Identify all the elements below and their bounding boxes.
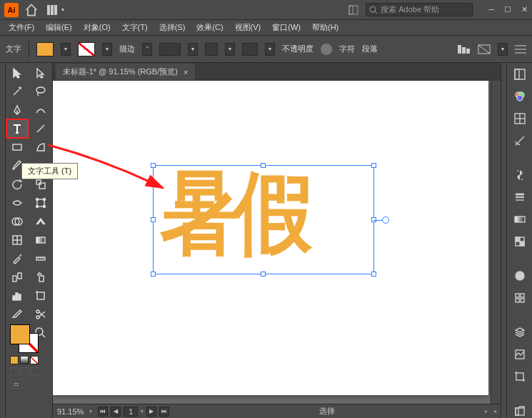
search-input[interactable]: 搜索 Adobe 帮助 bbox=[366, 3, 473, 16]
brushes-panel-icon[interactable] bbox=[511, 134, 528, 149]
pen-tool[interactable] bbox=[7, 101, 27, 119]
character-label[interactable]: 字符 bbox=[339, 44, 355, 54]
app-logo-icon: Ai bbox=[4, 3, 19, 17]
maximize-button[interactable]: ☐ bbox=[504, 5, 511, 14]
handle-bottom-mid[interactable] bbox=[261, 272, 266, 277]
align-icon[interactable] bbox=[458, 44, 471, 54]
zoom-level[interactable]: 91.15% bbox=[57, 407, 84, 416]
menu-object[interactable]: 对象(O) bbox=[79, 21, 115, 34]
color-mode-solid[interactable] bbox=[10, 356, 19, 364]
menu-view[interactable]: 视图(V) bbox=[231, 21, 266, 34]
handle-bottom-left[interactable] bbox=[151, 272, 156, 277]
menu-type[interactable]: 文字(T) bbox=[118, 21, 152, 34]
stroke-weight-input[interactable] bbox=[159, 43, 181, 56]
fill-dropdown[interactable]: ▾ bbox=[61, 43, 71, 56]
asset-export-panel-icon[interactable] bbox=[511, 347, 528, 362]
right-dock-handle[interactable] bbox=[501, 63, 506, 418]
workspace-icon[interactable] bbox=[348, 5, 358, 15]
color-panel-icon[interactable] bbox=[511, 89, 528, 104]
magic-wand-tool[interactable] bbox=[7, 83, 27, 100]
blend-tool[interactable] bbox=[7, 269, 27, 286]
draw-inside[interactable] bbox=[30, 367, 39, 376]
stroke-weight-down[interactable]: ⌃ bbox=[142, 43, 152, 56]
vertical-scrollbar[interactable] bbox=[491, 81, 501, 404]
prev-artboard[interactable]: ◀ bbox=[111, 407, 121, 417]
draw-behind[interactable] bbox=[20, 367, 29, 376]
transparency-panel-icon[interactable] bbox=[511, 234, 528, 249]
screen-mode[interactable]: ▭ bbox=[10, 379, 23, 389]
gradient-tool[interactable] bbox=[31, 232, 51, 249]
recolor-icon[interactable] bbox=[321, 44, 332, 55]
transform-menu[interactable]: ▾ bbox=[498, 43, 508, 56]
arrange-documents-button[interactable]: ▾ bbox=[47, 5, 64, 15]
stroke-profile[interactable] bbox=[205, 43, 218, 56]
stroke-weight-menu[interactable]: ▾ bbox=[188, 43, 198, 56]
minimize-button[interactable]: ─ bbox=[488, 5, 494, 14]
gradient-panel-icon[interactable] bbox=[511, 212, 528, 227]
mesh-tool[interactable] bbox=[7, 232, 27, 249]
close-tab-icon[interactable]: × bbox=[184, 68, 188, 76]
menu-select[interactable]: 选择(S) bbox=[155, 21, 190, 34]
color-mode-none[interactable] bbox=[30, 356, 39, 364]
libraries-panel-icon[interactable] bbox=[511, 403, 528, 418]
properties-panel-icon[interactable] bbox=[511, 67, 528, 82]
width-tool[interactable] bbox=[7, 194, 27, 212]
shape-builder-tool[interactable] bbox=[7, 213, 27, 230]
document-tab[interactable]: 未标题-1* @ 91.15% (RGB/预览) × bbox=[56, 64, 195, 80]
transform-icon[interactable] bbox=[478, 44, 491, 54]
artboard-number[interactable]: 1 bbox=[124, 407, 138, 417]
column-graph-tool[interactable] bbox=[7, 287, 27, 304]
symbol-sprayer-tool[interactable] bbox=[31, 269, 51, 286]
menu-file[interactable]: 文件(F) bbox=[4, 21, 39, 34]
handle-top-right[interactable] bbox=[371, 163, 376, 168]
swatches-panel-icon[interactable] bbox=[511, 111, 528, 126]
home-icon[interactable] bbox=[24, 3, 39, 17]
next-artboard[interactable]: ▶ bbox=[146, 407, 156, 417]
brush-def[interactable] bbox=[242, 43, 258, 56]
menu-edit[interactable]: 编辑(E) bbox=[41, 21, 76, 34]
line-segment-tool[interactable] bbox=[31, 120, 51, 137]
lasso-tool[interactable] bbox=[31, 83, 51, 100]
paragraph-label[interactable]: 段落 bbox=[362, 44, 378, 54]
menu-window[interactable]: 窗口(W) bbox=[268, 21, 305, 34]
opacity-label[interactable]: 不透明度 bbox=[282, 44, 313, 54]
artboards-panel-icon[interactable] bbox=[511, 369, 528, 384]
menu-effect[interactable]: 效果(C) bbox=[192, 21, 227, 34]
selection-tool[interactable] bbox=[7, 64, 27, 81]
menu-help[interactable]: 帮助(H) bbox=[308, 21, 343, 34]
appearance-panel-icon[interactable] bbox=[511, 268, 528, 283]
color-mode-gradient[interactable] bbox=[20, 356, 29, 364]
artboard-tool[interactable] bbox=[31, 287, 51, 304]
handle-top-mid[interactable] bbox=[261, 163, 266, 168]
rectangle-tool[interactable] bbox=[7, 139, 27, 156]
curvature-tool[interactable] bbox=[31, 101, 51, 119]
left-dock-handle[interactable] bbox=[0, 63, 6, 418]
fill-swatch[interactable] bbox=[36, 42, 54, 56]
layers-panel-icon[interactable] bbox=[511, 324, 528, 339]
first-artboard[interactable]: ⏮ bbox=[98, 407, 108, 417]
measure-tool[interactable] bbox=[31, 250, 51, 267]
stroke-panel-icon[interactable] bbox=[511, 190, 528, 205]
panel-menu-icon[interactable] bbox=[515, 44, 526, 54]
close-button[interactable]: ✕ bbox=[521, 5, 528, 14]
canvas[interactable]: 暑假 bbox=[53, 81, 491, 404]
symbols-panel-icon[interactable] bbox=[511, 168, 528, 183]
stroke-dropdown[interactable]: ▾ bbox=[102, 43, 112, 56]
type-overflow-handle[interactable] bbox=[382, 217, 389, 224]
brush-menu[interactable]: ▾ bbox=[265, 43, 275, 56]
handle-bottom-right[interactable] bbox=[371, 272, 376, 277]
eyedropper-tool[interactable] bbox=[7, 250, 27, 267]
graphic-styles-panel-icon[interactable] bbox=[511, 290, 528, 305]
draw-normal[interactable] bbox=[10, 367, 19, 376]
stroke-profile-menu[interactable]: ▾ bbox=[225, 43, 235, 56]
perspective-grid-tool[interactable] bbox=[31, 213, 51, 230]
zoom-menu[interactable]: ▾ bbox=[89, 408, 92, 414]
stroke-swatch[interactable] bbox=[78, 42, 95, 56]
stroke-label: 描边 bbox=[119, 44, 135, 54]
handle-mid-left[interactable] bbox=[151, 217, 156, 222]
direct-selection-tool[interactable] bbox=[31, 64, 51, 81]
last-artboard[interactable]: ⏭ bbox=[159, 407, 169, 417]
svg-point-67 bbox=[518, 274, 521, 277]
fill-stroke-swatch[interactable] bbox=[10, 324, 39, 353]
type-tool[interactable] bbox=[7, 120, 27, 137]
